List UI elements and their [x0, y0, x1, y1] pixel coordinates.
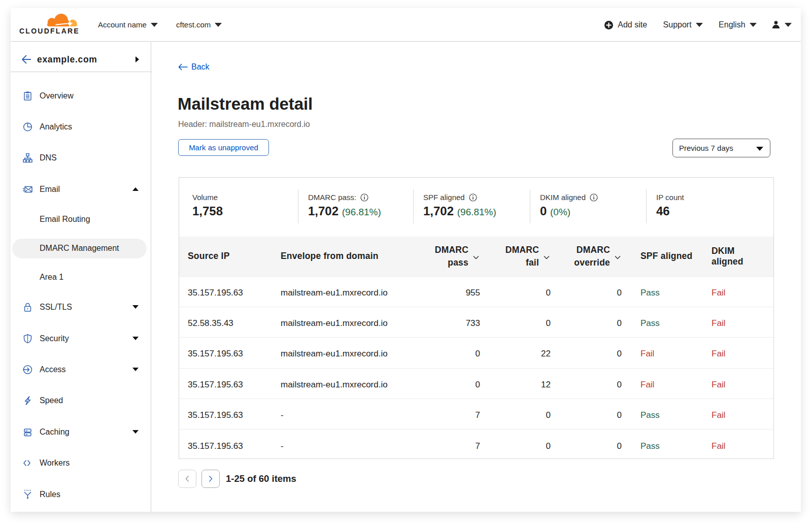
svg-text:CLOUDFLARE: CLOUDFLARE	[19, 27, 80, 35]
